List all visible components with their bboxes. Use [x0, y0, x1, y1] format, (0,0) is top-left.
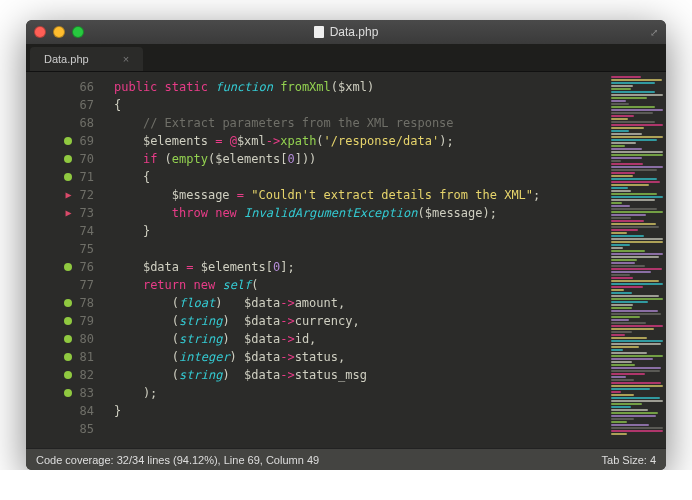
minimap-line [611, 385, 663, 387]
line-number: 70 [80, 150, 94, 168]
code-line[interactable]: (float) $data->amount, [114, 294, 608, 312]
minimap-line [611, 145, 625, 147]
minimap-line [611, 295, 659, 297]
gutter-line[interactable]: 80 [26, 330, 104, 348]
minimap-line [611, 154, 663, 156]
minimap-line [611, 325, 663, 327]
minimap-line [611, 166, 663, 168]
code-line[interactable]: ); [114, 384, 608, 402]
minimap-line [611, 316, 640, 318]
minimize-icon[interactable] [53, 26, 65, 38]
code-line[interactable]: } [114, 402, 608, 420]
minimap-line [611, 289, 624, 291]
code-line[interactable]: // Extract parameters from the XML respo… [114, 114, 608, 132]
minimap-line [611, 163, 643, 165]
code-content[interactable]: public static function fromXml($xml){ //… [104, 72, 608, 448]
minimap-line [611, 388, 650, 390]
code-line[interactable]: if (empty($elements[0])) [114, 150, 608, 168]
window-title: Data.php [26, 25, 666, 39]
code-line[interactable]: (string) $data->status_msg [114, 366, 608, 384]
gutter-line[interactable]: 66 [26, 78, 104, 96]
minimap-line [611, 169, 657, 171]
minimap-line [611, 403, 642, 405]
code-line[interactable]: $elements = @$xml->xpath('/response/data… [114, 132, 608, 150]
code-line[interactable]: public static function fromXml($xml) [114, 78, 608, 96]
gutter-line[interactable]: 75 [26, 240, 104, 258]
minimap-line [611, 178, 657, 180]
close-icon[interactable] [34, 26, 46, 38]
coverage-dot-icon [64, 263, 72, 271]
code-line[interactable]: return new self( [114, 276, 608, 294]
gutter-line[interactable]: 81 [26, 348, 104, 366]
code-line[interactable]: $data = $elements[0]; [114, 258, 608, 276]
minimap-line [611, 217, 631, 219]
gutter-line[interactable]: 82 [26, 366, 104, 384]
code-line[interactable]: $message = "Couldn't extract details fro… [114, 186, 608, 204]
minimap-line [611, 256, 659, 258]
gutter[interactable]: 666768697071▶72▶737475767778798081828384… [26, 72, 104, 448]
gutter-line[interactable]: 67 [26, 96, 104, 114]
gutter-line[interactable]: 68 [26, 114, 104, 132]
minimap-line [611, 328, 654, 330]
minimap-line [611, 175, 633, 177]
code-line[interactable] [114, 420, 608, 438]
tab-data-php[interactable]: Data.php × [30, 47, 143, 71]
minimap-line [611, 196, 663, 198]
zoom-icon[interactable] [72, 26, 84, 38]
close-icon[interactable]: × [123, 53, 129, 65]
code-line[interactable]: throw new InvalidArgumentException($mess… [114, 204, 608, 222]
code-line[interactable]: { [114, 96, 608, 114]
minimap-line [611, 94, 663, 96]
gutter-line[interactable]: 76 [26, 258, 104, 276]
minimap-line [611, 409, 648, 411]
minimap-line [611, 433, 627, 435]
minimap-line [611, 280, 659, 282]
minimap-line [611, 361, 632, 363]
minimap-line [611, 181, 660, 183]
code-line[interactable]: (integer) $data->status, [114, 348, 608, 366]
gutter-line[interactable]: 71 [26, 168, 104, 186]
minimap-line [611, 226, 659, 228]
gutter-line[interactable]: 78 [26, 294, 104, 312]
gutter-line[interactable]: ▶73 [26, 204, 104, 222]
minimap-line [611, 205, 630, 207]
minimap-line [611, 265, 645, 267]
line-number: 83 [80, 384, 94, 402]
gutter-line[interactable]: 84 [26, 402, 104, 420]
minimap-line [611, 85, 633, 87]
minimap-line [611, 76, 641, 78]
gutter-line[interactable]: 83 [26, 384, 104, 402]
code-line[interactable]: (string) $data->currency, [114, 312, 608, 330]
minimap[interactable] [608, 72, 666, 448]
minimap-line [611, 283, 663, 285]
minimap-line [611, 268, 662, 270]
tab-label: Data.php [44, 53, 89, 65]
gutter-line[interactable]: 69 [26, 132, 104, 150]
code-line[interactable]: (string) $data->id, [114, 330, 608, 348]
code-line[interactable]: { [114, 168, 608, 186]
minimap-line [611, 241, 663, 243]
gutter-line[interactable]: 85 [26, 420, 104, 438]
code-line[interactable] [114, 240, 608, 258]
minimap-line [611, 250, 645, 252]
minimap-line [611, 340, 663, 342]
status-right[interactable]: Tab Size: 4 [602, 454, 656, 466]
minimap-line [611, 100, 626, 102]
line-number: 82 [80, 366, 94, 384]
gutter-line[interactable]: 74 [26, 222, 104, 240]
tabbar: Data.php × [26, 44, 666, 72]
minimap-line [611, 184, 649, 186]
minimap-line [611, 103, 629, 105]
file-icon [314, 26, 324, 38]
gutter-line[interactable]: 77 [26, 276, 104, 294]
gutter-line[interactable]: 70 [26, 150, 104, 168]
coverage-dot-icon [64, 371, 72, 379]
code-line[interactable]: } [114, 222, 608, 240]
minimap-line [611, 307, 632, 309]
gutter-line[interactable]: 79 [26, 312, 104, 330]
coverage-dot-icon [64, 317, 72, 325]
fullscreen-icon[interactable]: ⤢ [650, 27, 658, 38]
titlebar[interactable]: Data.php ⤢ [26, 20, 666, 44]
gutter-line[interactable]: ▶72 [26, 186, 104, 204]
minimap-line [611, 202, 622, 204]
